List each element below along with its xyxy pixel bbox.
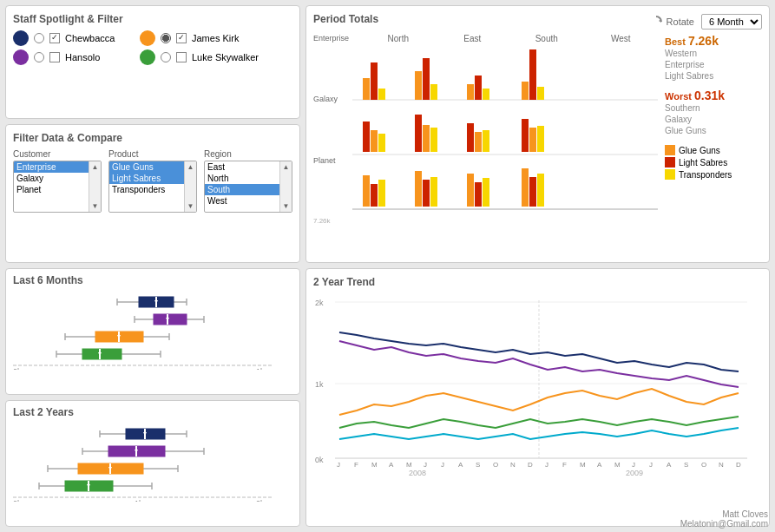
legend-glueguns-box bbox=[665, 145, 675, 155]
region-scroll-down[interactable]: ▼ bbox=[281, 200, 292, 212]
svg-text:2009: 2009 bbox=[626, 469, 643, 476]
legend-transponders: Transponders bbox=[665, 169, 762, 180]
legend-transponders-box bbox=[665, 169, 675, 180]
hansolo-checkbox[interactable] bbox=[49, 52, 60, 62]
last2y-chart: 0k 1k 2k bbox=[13, 424, 292, 506]
product-listbox[interactable]: Glue Guns Light Sabres Transponders bbox=[109, 161, 184, 212]
svg-rect-13 bbox=[529, 128, 536, 152]
bar-N-E-ls bbox=[371, 62, 378, 100]
jameskirk-name: James Kirk bbox=[192, 33, 261, 43]
bar-chart-area: North East South West bbox=[352, 34, 658, 225]
rotate-icon bbox=[649, 15, 663, 29]
bar-chart-svg: 7.26k bbox=[352, 45, 658, 210]
lukeskywalker-color-dot bbox=[140, 49, 155, 65]
region-item-south[interactable]: South bbox=[205, 184, 279, 195]
chewbacca-checkbox[interactable] bbox=[49, 33, 60, 43]
region-item-east[interactable]: East bbox=[205, 161, 279, 173]
svg-text:2k: 2k bbox=[315, 299, 324, 307]
product-scrollbar[interactable]: ▲ ▼ bbox=[184, 161, 196, 212]
last6-chart: 0k 1k bbox=[13, 292, 292, 374]
svg-rect-15 bbox=[363, 175, 370, 207]
customer-filter: Customer Enterprise Galaxy Planet ▲ ▼ bbox=[13, 149, 102, 213]
svg-text:1k: 1k bbox=[315, 380, 324, 389]
scroll-up-arrow[interactable]: ▲ bbox=[90, 161, 101, 173]
customer-item-galaxy[interactable]: Galaxy bbox=[14, 173, 89, 184]
svg-rect-19 bbox=[423, 180, 430, 207]
filter-groups: Customer Enterprise Galaxy Planet ▲ ▼ Pr… bbox=[13, 149, 292, 213]
svg-text:2k: 2k bbox=[256, 499, 265, 502]
lukeskywalker-checkbox[interactable] bbox=[176, 52, 187, 62]
staff-panel: Staff Spotlight & Filter Chewbacca James… bbox=[5, 5, 300, 119]
svg-text:0k: 0k bbox=[315, 456, 324, 464]
svg-rect-8 bbox=[430, 128, 437, 152]
last2y-svg: 0k 1k 2k bbox=[13, 424, 292, 502]
svg-rect-36 bbox=[154, 314, 187, 325]
staff-row-hansolo: Hansolo Luke Skywalker bbox=[13, 49, 292, 65]
last6-svg: 0k 1k bbox=[13, 292, 292, 370]
chart-y-labels: Enterprise Galaxy Planet 7.26k bbox=[313, 34, 352, 225]
customer-item-planet[interactable]: Planet bbox=[14, 184, 89, 195]
chewbacca-radio[interactable] bbox=[34, 33, 44, 43]
lukeskywalker-radio[interactable] bbox=[161, 52, 171, 62]
last6-title: Last 6 Months bbox=[13, 274, 292, 286]
footer-email: Melatonin@Gmail.com bbox=[680, 519, 768, 529]
hansolo-radio[interactable] bbox=[34, 52, 44, 62]
svg-text:M: M bbox=[614, 461, 621, 469]
region-south: South bbox=[509, 34, 584, 43]
product-item-glueguns[interactable]: Glue Guns bbox=[109, 161, 184, 173]
customer-item-enterprise[interactable]: Enterprise bbox=[14, 161, 89, 173]
region-listbox-container: East North South West ▲ ▼ bbox=[204, 161, 292, 213]
staff-title: Staff Spotlight & Filter bbox=[13, 13, 292, 25]
customer-scrollbar[interactable]: ▲ ▼ bbox=[89, 161, 101, 212]
svg-text:J: J bbox=[545, 461, 548, 469]
region-item-north[interactable]: North bbox=[205, 173, 279, 184]
y-label-galaxy: Galaxy bbox=[313, 95, 349, 103]
rotate-label: Rotate bbox=[667, 16, 694, 27]
region-scroll-up[interactable]: ▲ bbox=[281, 161, 292, 173]
svg-text:J: J bbox=[441, 461, 444, 469]
customer-listbox[interactable]: Enterprise Galaxy Planet bbox=[14, 161, 89, 212]
last2y-title: Last 2 Years bbox=[13, 406, 292, 418]
product-item-transponders[interactable]: Transponders bbox=[109, 184, 184, 195]
rotate-button[interactable]: Rotate bbox=[649, 15, 694, 29]
product-scroll-up[interactable]: ▲ bbox=[186, 161, 196, 173]
svg-rect-4 bbox=[371, 130, 378, 152]
legend-lightsabres-label: Light Sabres bbox=[679, 158, 727, 167]
period-chart-container: Enterprise Galaxy Planet 7.26k North Eas… bbox=[313, 34, 762, 225]
y-label-value: 7.26k bbox=[313, 217, 349, 225]
region-listbox[interactable]: East North South West bbox=[205, 161, 279, 212]
staff-row-chewbacca: Chewbacca James Kirk bbox=[13, 30, 292, 46]
bar-S-E-glue bbox=[467, 84, 474, 100]
bar-E-E-trans bbox=[430, 84, 437, 100]
bar-W-E-ls bbox=[529, 49, 536, 100]
jameskirk-radio[interactable] bbox=[161, 33, 171, 43]
svg-rect-5 bbox=[378, 134, 385, 152]
period-select[interactable]: 6 Month 3 Month 1 Year bbox=[701, 14, 762, 30]
region-item-west[interactable]: West bbox=[205, 195, 279, 207]
svg-rect-11 bbox=[483, 130, 489, 152]
region-filter: Region East North South West ▲ ▼ bbox=[204, 149, 292, 213]
period-panel: Period Totals Rotate 6 Month 3 Month 1 Y… bbox=[305, 5, 770, 263]
svg-rect-14 bbox=[537, 126, 544, 152]
product-scroll-down[interactable]: ▼ bbox=[186, 200, 196, 212]
jameskirk-checkbox[interactable] bbox=[176, 33, 187, 43]
legend-lightsabres: Light Sabres bbox=[665, 157, 762, 167]
svg-text:1k: 1k bbox=[256, 367, 265, 370]
chewbacca-color-dot bbox=[13, 30, 29, 46]
last2y-panel: Last 2 Years bbox=[5, 400, 300, 527]
svg-text:J: J bbox=[424, 461, 427, 469]
svg-rect-23 bbox=[483, 178, 489, 207]
svg-rect-6 bbox=[415, 115, 422, 152]
svg-text:S: S bbox=[476, 461, 480, 469]
bar-E-E-glue bbox=[415, 71, 422, 100]
bar-E-E-ls bbox=[423, 58, 430, 100]
scroll-down-arrow[interactable]: ▼ bbox=[90, 200, 101, 212]
trend-chart-wrapper: 2k 1k 0k J F M A M J J A S O N bbox=[313, 293, 762, 477]
y-label-planet: Planet bbox=[313, 156, 349, 165]
svg-text:A: A bbox=[667, 461, 672, 469]
bar-W-E-glue bbox=[522, 82, 529, 100]
region-scrollbar[interactable]: ▲ ▼ bbox=[279, 161, 292, 212]
svg-text:A: A bbox=[597, 461, 602, 469]
legend-lightsabres-box bbox=[665, 157, 675, 167]
product-item-lightsabres[interactable]: Light Sabres bbox=[109, 173, 184, 184]
